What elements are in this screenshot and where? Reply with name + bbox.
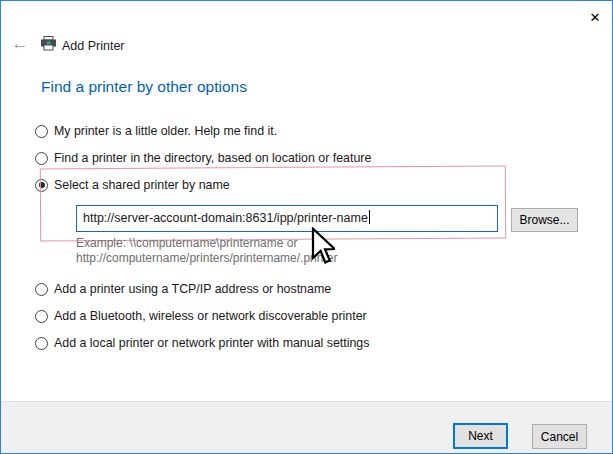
page-title: Find a printer by other options <box>41 78 247 96</box>
browse-button[interactable]: Browse... <box>511 208 578 232</box>
option-label: Add a local printer or network printer w… <box>54 336 369 350</box>
option-tcpip-address[interactable]: Add a printer using a TCP/IP address or … <box>35 282 331 296</box>
example-text: Example: \\computername\printername or h… <box>76 236 337 265</box>
text-caret <box>369 210 370 224</box>
next-button[interactable]: Next <box>453 423 508 449</box>
example-line-2: http://computername/printers/printername… <box>76 251 337 266</box>
close-icon[interactable]: ✕ <box>586 8 604 26</box>
shared-printer-url-input[interactable]: http://server-account-domain:8631/ipp/pr… <box>76 205 498 232</box>
option-label: Add a printer using a TCP/IP address or … <box>54 282 331 296</box>
radio-icon[interactable] <box>35 337 48 350</box>
radio-icon-selected[interactable] <box>35 179 48 192</box>
option-bluetooth-wireless[interactable]: Add a Bluetooth, wireless or network dis… <box>35 309 367 323</box>
back-arrow-icon[interactable]: ← <box>11 35 29 53</box>
printer-icon <box>40 35 57 52</box>
option-label: Add a Bluetooth, wireless or network dis… <box>54 309 367 323</box>
window-title: Add Printer <box>62 39 125 53</box>
url-input-value: http://server-account-domain:8631/ipp/pr… <box>83 211 368 225</box>
example-line-1: Example: \\computername\printername or <box>76 236 337 251</box>
add-printer-window: ✕ ← Add Printer Find a printer by other … <box>0 0 613 454</box>
radio-icon[interactable] <box>35 125 48 138</box>
option-older-printer[interactable]: My printer is a little older. Help me fi… <box>35 124 277 138</box>
option-label: Select a shared printer by name <box>54 178 230 192</box>
radio-icon[interactable] <box>35 152 48 165</box>
radio-icon[interactable] <box>35 283 48 296</box>
option-local-printer-manual[interactable]: Add a local printer or network printer w… <box>35 336 369 350</box>
option-label: Find a printer in the directory, based o… <box>54 151 371 165</box>
footer-bar <box>1 401 612 453</box>
option-shared-printer-by-name[interactable]: Select a shared printer by name <box>35 178 230 192</box>
cancel-button[interactable]: Cancel <box>532 424 587 449</box>
radio-icon[interactable] <box>35 310 48 323</box>
option-label: My printer is a little older. Help me fi… <box>54 124 277 138</box>
option-find-in-directory[interactable]: Find a printer in the directory, based o… <box>35 151 371 165</box>
